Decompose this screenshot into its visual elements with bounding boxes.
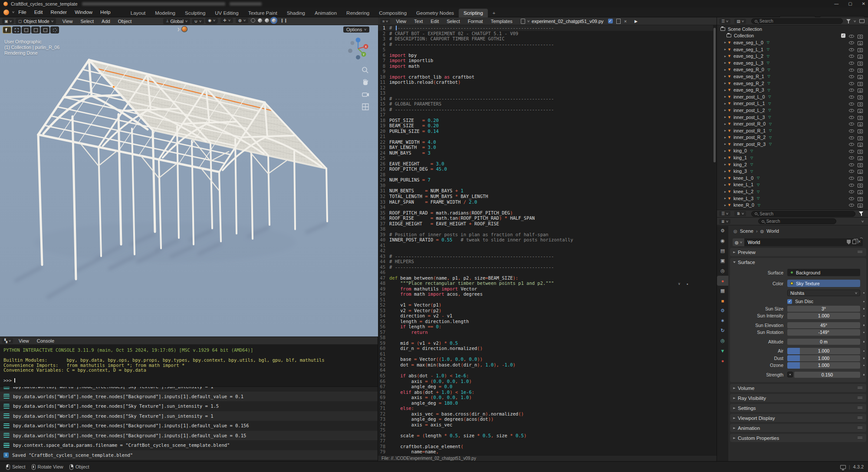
value-slider-sun-rotation[interactable]: -149° xyxy=(787,329,860,336)
outliner-row-object[interactable]: ▸▼eave_seg_L_1▽ xyxy=(717,46,868,53)
properties-tab-modifiers[interactable]: ⚙ xyxy=(717,306,728,316)
world-name-field[interactable]: World × xyxy=(744,238,863,246)
expand-arrow-icon[interactable]: ▸ xyxy=(723,95,727,99)
disable-in-renders-camera-icon[interactable] xyxy=(858,142,863,147)
disable-in-renders-camera-icon[interactable] xyxy=(858,94,863,99)
display-mode-blend-file-icon[interactable]: 🗎 ∨ xyxy=(734,211,746,216)
options-dropdown[interactable]: Options∨ xyxy=(343,26,369,33)
code-line[interactable]: 42 xyxy=(378,248,713,254)
code-line[interactable]: 44# HELPERS xyxy=(378,259,713,264)
outliner-row-object[interactable]: ▸▼inner_post_L_2▽ xyxy=(717,107,868,114)
hide-in-viewport-eye-icon[interactable] xyxy=(849,168,854,174)
properties-tab-scene[interactable]: ◎ xyxy=(717,266,728,276)
code-line[interactable]: 67 angle_deg = 0.0 xyxy=(378,384,713,389)
panel-header[interactable]: ▸Animation xyxy=(730,424,866,432)
code-line[interactable]: 56 if length == 0: xyxy=(378,324,713,330)
code-line[interactable]: 6import bpy xyxy=(378,53,713,58)
panel-header[interactable]: ▸Volume xyxy=(730,384,866,392)
code-line[interactable]: 52 v1 = Vector(p1) xyxy=(378,302,713,308)
maximize-button[interactable]: ▢ xyxy=(848,1,852,6)
disable-in-renders-camera-icon[interactable] xyxy=(858,121,863,126)
code-line[interactable]: 58 xyxy=(378,335,713,340)
outliner-row-object[interactable]: ▸▼eave_seg_L_2▽ xyxy=(717,53,868,59)
expand-arrow-icon[interactable]: ▸ xyxy=(723,176,727,180)
expand-arrow-icon[interactable]: ▸ xyxy=(723,196,727,200)
code-line[interactable]: 35ROOF_PITCH_RAD = math.radians(ROOF_PIT… xyxy=(378,210,713,216)
outliner-row-object[interactable]: ▸▼inner_post_R_2▽ xyxy=(717,134,868,141)
outliner-row-object[interactable]: ▸▼knee_R_0▽ xyxy=(717,201,868,208)
code-line[interactable]: 33HALF_SPAN = FRAME_WIDTH / 2.0 xyxy=(378,199,713,205)
menu-edit[interactable]: Edit xyxy=(30,10,47,15)
expand-arrow-icon[interactable]: ▸ xyxy=(723,115,727,119)
code-line[interactable]: 60 dir_n = direction.normalized() xyxy=(378,346,713,351)
code-line[interactable]: 49 from mathutils import Vector xyxy=(378,286,713,292)
panel-drag-handle[interactable] xyxy=(858,427,862,429)
workspace-tab-scripting[interactable]: Scripting xyxy=(459,9,488,17)
expand-arrow-icon[interactable]: ▸ xyxy=(723,149,727,153)
code-line[interactable]: 20PURLIN_SIZE = 0.14 xyxy=(378,129,713,134)
disable-in-renders-camera-icon[interactable] xyxy=(858,81,863,86)
code-line[interactable]: 57 return xyxy=(378,330,713,335)
log-row[interactable]: bpy.data.worlds["World"].node_tree.nodes… xyxy=(0,392,378,402)
editor-type-3d-viewport-icon[interactable]: ▣ ∨ xyxy=(2,19,14,24)
workspace-tab-geometry-nodes[interactable]: Geometry Nodes xyxy=(411,9,459,17)
code-line[interactable]: 55 length = direction.length xyxy=(378,319,713,324)
properties-tab-tool[interactable]: ⚙ xyxy=(717,226,728,236)
hide-in-viewport-eye-icon[interactable] xyxy=(849,135,854,140)
value-slider-sun-elevation[interactable]: 45° xyxy=(787,322,860,329)
add-workspace-button[interactable]: + xyxy=(488,9,500,17)
code-line[interactable]: 26EAVE_HEIGHT = 3.0 xyxy=(378,161,713,167)
expand-arrow-icon[interactable]: ▸ xyxy=(723,142,727,146)
collection-checkbox[interactable]: ✓ xyxy=(841,33,845,38)
expand-arrow-icon[interactable]: ▸ xyxy=(723,108,727,112)
code-line[interactable]: 3# DESCRIPTION: CARPORT TIMBER FRAME GOT… xyxy=(378,36,713,42)
sun-disc-checkbox[interactable]: ✓ xyxy=(787,299,792,304)
code-line[interactable]: 72 axis_vec = base.cross(dir_n).normaliz… xyxy=(378,411,713,417)
disable-in-renders-camera-icon[interactable] xyxy=(858,87,863,92)
properties-tab-view-layer[interactable]: ▣ xyxy=(717,256,728,266)
viewport-menu-object[interactable]: Object xyxy=(114,19,136,24)
shading-wireframe-button[interactable] xyxy=(251,18,255,23)
code-line[interactable]: 21 xyxy=(378,134,713,139)
disable-in-renders-camera-icon[interactable] xyxy=(858,155,863,160)
code-line[interactable]: 54 direction = v2 - v1 xyxy=(378,313,713,319)
outliner-row-object[interactable]: ▸▼inner_post_R_1▽ xyxy=(717,127,868,134)
hide-in-viewport-eye-icon[interactable] xyxy=(849,115,854,120)
gizmo-dropdown[interactable]: ✛∨ xyxy=(220,18,233,23)
hide-in-viewport-eye-icon[interactable] xyxy=(849,94,854,99)
transform-orientation-dropdown[interactable]: ⟂ Global∨ xyxy=(163,18,190,24)
new-text-icon[interactable] xyxy=(616,19,621,24)
outliner-row-object[interactable]: ▸▼eave_seg_R_0▽ xyxy=(717,66,868,73)
workspace-tab-uv-editing[interactable]: UV Editing xyxy=(210,9,243,17)
disable-in-renders-camera-icon[interactable] xyxy=(858,101,863,106)
pause-render-button[interactable]: ❙❙ xyxy=(280,18,288,23)
expand-arrow-icon[interactable]: ▸ xyxy=(723,162,727,166)
code-line[interactable]: 65 if abs(dot - 1.0) < 1e-6: xyxy=(378,373,713,379)
code-line[interactable]: 40INNER_POST_RATIO = 0.55 # tweak to sli… xyxy=(378,237,713,243)
hide-in-viewport-eye-icon[interactable] xyxy=(849,202,854,208)
code-line[interactable]: 59 mid = (v1 + v2) * 0.5 xyxy=(378,340,713,346)
select-box-tool-button[interactable] xyxy=(12,26,21,33)
outliner-row-object[interactable]: ▸▼eave_seg_R_2▽ xyxy=(717,80,868,87)
log-row[interactable]: bpy.data.worlds["World"].node_tree.nodes… xyxy=(0,411,378,421)
disable-in-renders-camera-icon[interactable] xyxy=(858,108,863,113)
text-menu-select[interactable]: Select xyxy=(443,19,464,24)
properties-tab-collection[interactable]: ▦ xyxy=(717,286,728,296)
disable-in-renders-camera-icon[interactable] xyxy=(858,53,863,59)
fake-user-shield-icon[interactable] xyxy=(847,240,851,244)
secondary-search-input[interactable]: Search xyxy=(751,211,855,217)
disable-in-renders-camera-icon[interactable] xyxy=(858,40,863,45)
code-line[interactable]: 29NUM_PURLINS = 7 xyxy=(378,177,713,183)
outliner-search-input[interactable]: Search xyxy=(751,18,843,24)
code-line[interactable]: 48 """Place rectangular timber between p… xyxy=(378,281,713,286)
code-line[interactable]: 78 craftbot.place_element( xyxy=(378,444,713,449)
shading-material-preview-button[interactable] xyxy=(265,18,269,23)
unlink-world-icon[interactable]: × xyxy=(858,240,861,244)
hide-in-viewport-eye-icon[interactable] xyxy=(849,108,854,113)
properties-editor[interactable]: ≣ ∨ Search ∨ ⚙◉▤▣◎●▦■⚙∗↻◎▼● ◎ Scene › ◍ … xyxy=(717,218,868,461)
workspace-tab-shading[interactable]: Shading xyxy=(282,9,310,17)
code-line[interactable]: 63 dot = max(min(base.dot(dir_n), 1.0), … xyxy=(378,362,713,368)
decorator-dot[interactable] xyxy=(863,324,865,326)
editor-type-outliner-icon[interactable]: ☰ ∨ xyxy=(719,211,730,216)
code-line[interactable]: 76 scale = (length * 0.5, size * 0.5, si… xyxy=(378,433,713,439)
